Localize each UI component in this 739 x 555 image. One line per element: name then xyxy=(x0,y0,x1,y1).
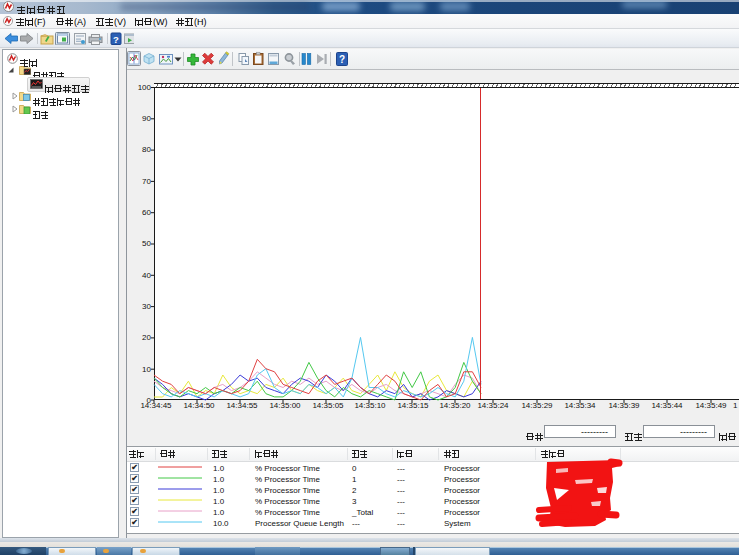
svg-text:?: ? xyxy=(339,54,345,65)
svg-text:?: ? xyxy=(113,34,119,45)
